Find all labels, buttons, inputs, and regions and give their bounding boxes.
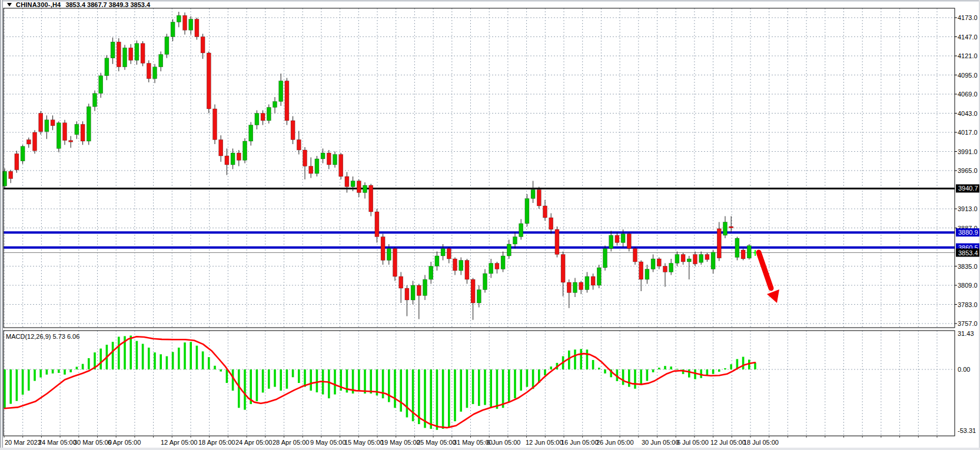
candle-body [273,102,277,108]
price-axis-label: 3913.0 [958,205,978,212]
candle-body [26,140,31,145]
candle-body [399,276,403,288]
candle-body [507,244,511,256]
candle-body [297,140,301,151]
price-axis-label: 4069.0 [958,91,978,98]
macd-histogram-bar [634,369,636,389]
macd-histogram-bar [628,369,630,387]
macd-histogram-bar [388,369,390,402]
candle-body [333,155,337,165]
macd-histogram-bar [76,367,78,369]
candle-body [255,114,259,125]
macd-histogram-bar [256,369,258,401]
candle-body [495,264,499,269]
price-axis-label: 3965.0 [958,167,978,174]
macd-histogram-bar [172,352,174,369]
time-axis-label: 25 May 05:00 [417,439,456,446]
candle-body [441,249,445,256]
candle-body [669,264,673,272]
candle-body [345,176,349,187]
candle-body [231,153,235,165]
macd-histogram-bar [238,369,240,408]
macd-histogram-bar [16,369,18,401]
macd-histogram-bar [394,369,396,408]
macd-histogram-bar [39,369,42,378]
candle-body [369,185,373,212]
macd-histogram-bar [64,369,66,375]
candle-body [423,279,427,296]
macd-histogram-bar [478,369,480,406]
price-axis-label: 4147.0 [958,34,978,41]
candle-body [195,19,199,37]
mt4-chart-window: CHINA300-,H4 3853.4 3867.7 3849.3 3853.4… [0,0,980,450]
macd-histogram-bar [328,369,330,398]
macd-histogram-bar [220,369,222,372]
candle-body [381,237,385,261]
candle-body [477,290,481,304]
price-axis-label: 4121.0 [958,52,978,59]
macd-histogram-bar [754,363,756,369]
time-axis-label: 30 Mar 05:00 [74,439,112,446]
price-axis-label: 4095.0 [958,72,978,79]
candle-body [675,255,679,264]
chart-canvas[interactable]: 4173.04147.04121.04095.04069.04043.04017… [0,0,980,450]
candle-body [513,237,517,245]
candle-body [153,67,157,79]
candle-body [417,285,421,296]
macd-histogram-bar [142,344,144,369]
macd-signal-line [5,336,755,428]
candle-body [327,153,331,165]
macd-histogram-bar [274,369,276,387]
candle-body [633,249,637,262]
candle-body [747,246,751,258]
time-axis-label: 9 May 05:00 [310,439,346,446]
price-axis-label: 3809.0 [958,282,978,289]
candle-body [705,255,709,260]
macd-histogram-bar [298,369,300,383]
macd-histogram-bar [9,369,12,404]
macd-histogram-bar [712,369,715,374]
macd-histogram-bar [52,369,54,374]
candle-body [717,229,721,258]
macd-histogram-bar [184,342,186,369]
candle-body [309,166,313,174]
macd-histogram-bar [46,369,48,375]
macd-histogram-bar [268,369,270,389]
candle-body [63,123,67,141]
macd-histogram-bar [160,354,162,369]
macd-histogram-bar [262,369,264,392]
trend-arrow-head[interactable] [767,289,779,303]
time-axis-label: 26 Jun 05:00 [596,439,634,446]
time-axis-label: 12 Apr 05:00 [161,439,197,446]
candle-body [621,234,625,243]
time-axis-label: 6 Jun 05:00 [487,439,521,446]
time-axis-label: 20 Mar 2023 [5,439,41,446]
macd-histogram-bar [82,364,84,369]
macd-histogram-bar [580,349,582,369]
price-axis-label: 3835.0 [958,263,978,270]
macd-histogram-bar [514,369,516,398]
macd-histogram-bar [4,369,6,408]
macd-histogram-bar [214,366,216,369]
time-axis-label: 16 Jun 05:00 [561,439,599,446]
macd-histogram-bar [232,369,234,391]
candle-body [117,42,121,67]
macd-histogram-bar [586,349,589,369]
candle-body [435,256,439,266]
candle-body [681,255,685,262]
candle-body [81,124,85,141]
macd-histogram-bar [280,369,282,391]
candle-body [183,15,187,30]
candle-body [489,264,493,274]
candle-body [573,282,577,293]
candle-body [111,42,115,58]
macd-histogram-bar [520,369,522,391]
macd-histogram-bar [442,369,444,429]
candle-body [663,266,667,272]
candle-body [171,22,175,37]
candle-body [531,190,535,199]
macd-histogram-bar [58,369,60,373]
candle-body [177,15,181,22]
macd-histogram-bar [406,369,408,418]
macd-histogram-bar [676,369,679,369]
